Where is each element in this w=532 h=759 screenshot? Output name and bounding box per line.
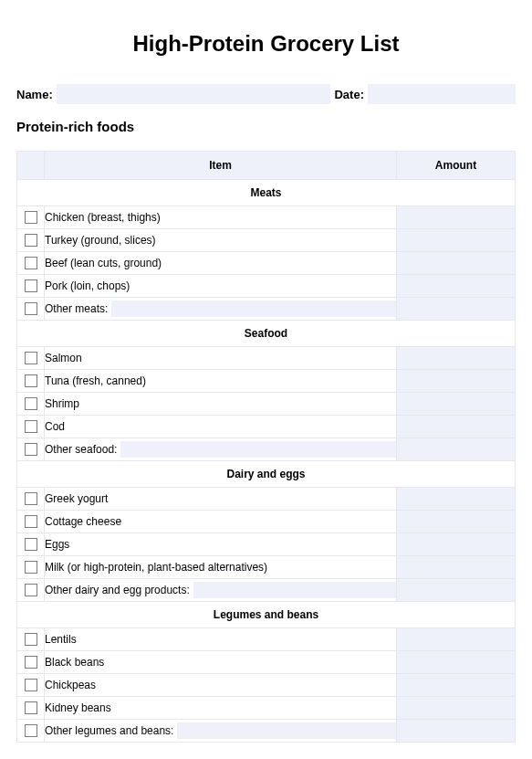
category-name: Meats bbox=[17, 180, 516, 206]
check-cell bbox=[17, 252, 45, 275]
item-row: Salmon bbox=[17, 347, 516, 370]
item-cell: Other seafood: bbox=[45, 438, 397, 461]
section-heading: Protein-rich foods bbox=[16, 119, 516, 134]
amount-cell bbox=[397, 556, 516, 579]
checkbox[interactable] bbox=[25, 420, 37, 433]
date-input[interactable] bbox=[368, 84, 516, 104]
item-cell: Eggs bbox=[45, 533, 397, 556]
check-cell bbox=[17, 438, 45, 461]
check-cell bbox=[17, 628, 45, 651]
check-cell bbox=[17, 347, 45, 370]
item-cell: Beef (lean cuts, ground) bbox=[45, 252, 397, 275]
item-row-other: Other legumes and beans: bbox=[17, 720, 516, 743]
checkbox[interactable] bbox=[25, 234, 37, 247]
other-input[interactable] bbox=[120, 441, 396, 458]
checkbox[interactable] bbox=[25, 701, 37, 714]
other-input[interactable] bbox=[193, 582, 396, 598]
checkbox[interactable] bbox=[25, 584, 37, 596]
checkbox[interactable] bbox=[25, 656, 37, 669]
amount-input[interactable] bbox=[397, 370, 515, 392]
other-label: Other dairy and egg products: bbox=[45, 584, 190, 596]
amount-input[interactable] bbox=[397, 393, 515, 415]
item-label: Kidney beans bbox=[45, 701, 111, 714]
item-label: Eggs bbox=[45, 538, 69, 551]
item-row: Kidney beans bbox=[17, 697, 516, 720]
item-cell: Kidney beans bbox=[45, 697, 397, 720]
checkbox[interactable] bbox=[25, 302, 37, 315]
item-cell: Cod bbox=[45, 416, 397, 438]
amount-cell bbox=[397, 206, 516, 229]
checkbox[interactable] bbox=[25, 352, 37, 364]
checkbox[interactable] bbox=[25, 515, 37, 528]
check-cell bbox=[17, 674, 45, 697]
amount-input[interactable] bbox=[397, 511, 515, 532]
item-row: Cottage cheese bbox=[17, 511, 516, 533]
item-cell: Other dairy and egg products: bbox=[45, 579, 397, 602]
other-label: Other seafood: bbox=[45, 443, 117, 456]
item-label: Cottage cheese bbox=[45, 515, 121, 528]
item-label: Salmon bbox=[45, 352, 82, 364]
amount-cell bbox=[397, 393, 516, 416]
checkbox[interactable] bbox=[25, 257, 37, 269]
amount-cell bbox=[397, 628, 516, 651]
amount-input[interactable] bbox=[397, 416, 515, 437]
checkbox[interactable] bbox=[25, 492, 37, 505]
amount-input[interactable] bbox=[397, 438, 515, 460]
item-cell: Greek yogurt bbox=[45, 488, 397, 511]
amount-input[interactable] bbox=[397, 347, 515, 369]
amount-input[interactable] bbox=[397, 674, 515, 696]
item-row: Chickpeas bbox=[17, 674, 516, 697]
category-row: Seafood bbox=[17, 321, 516, 347]
item-label: Black beans bbox=[45, 656, 104, 669]
checkbox[interactable] bbox=[25, 679, 37, 691]
amount-input[interactable] bbox=[397, 298, 515, 320]
amount-cell bbox=[397, 252, 516, 275]
amount-input[interactable] bbox=[397, 533, 515, 555]
amount-input[interactable] bbox=[397, 628, 515, 650]
amount-input[interactable] bbox=[397, 579, 515, 601]
checkbox[interactable] bbox=[25, 211, 37, 224]
amount-input[interactable] bbox=[397, 697, 515, 719]
item-label: Greek yogurt bbox=[45, 492, 108, 505]
item-row: Pork (loin, chops) bbox=[17, 275, 516, 298]
amount-input[interactable] bbox=[397, 556, 515, 578]
check-cell bbox=[17, 720, 45, 743]
item-row: Eggs bbox=[17, 533, 516, 556]
name-input[interactable] bbox=[57, 84, 331, 104]
amount-input[interactable] bbox=[397, 488, 515, 510]
checkbox[interactable] bbox=[25, 724, 37, 737]
check-cell bbox=[17, 393, 45, 416]
category-row: Meats bbox=[17, 180, 516, 206]
amount-cell bbox=[397, 674, 516, 697]
amount-cell bbox=[397, 347, 516, 370]
amount-input[interactable] bbox=[397, 275, 515, 297]
item-row: Cod bbox=[17, 416, 516, 438]
amount-input[interactable] bbox=[397, 720, 515, 742]
amount-cell bbox=[397, 298, 516, 321]
check-cell bbox=[17, 651, 45, 674]
check-cell bbox=[17, 298, 45, 321]
item-cell: Turkey (ground, slices) bbox=[45, 229, 397, 252]
checkbox[interactable] bbox=[25, 538, 37, 551]
checkbox[interactable] bbox=[25, 633, 37, 646]
amount-input[interactable] bbox=[397, 206, 515, 228]
amount-cell bbox=[397, 275, 516, 298]
amount-input[interactable] bbox=[397, 252, 515, 274]
amount-cell bbox=[397, 438, 516, 461]
checkbox[interactable] bbox=[25, 443, 37, 456]
checkbox[interactable] bbox=[25, 279, 37, 292]
checkbox[interactable] bbox=[25, 397, 37, 410]
meta-row: Name: Date: bbox=[16, 84, 516, 104]
check-cell bbox=[17, 416, 45, 438]
amount-input[interactable] bbox=[397, 651, 515, 673]
item-label: Pork (loin, chops) bbox=[45, 279, 130, 292]
checkbox[interactable] bbox=[25, 561, 37, 574]
other-input[interactable] bbox=[111, 300, 396, 317]
check-cell bbox=[17, 370, 45, 393]
category-row: Dairy and eggs bbox=[17, 461, 516, 488]
grocery-table: Item Amount MeatsChicken (breast, thighs… bbox=[16, 151, 516, 743]
checkbox[interactable] bbox=[25, 374, 37, 387]
amount-input[interactable] bbox=[397, 229, 515, 251]
other-input[interactable] bbox=[177, 722, 396, 739]
item-cell: Shrimp bbox=[45, 393, 397, 416]
